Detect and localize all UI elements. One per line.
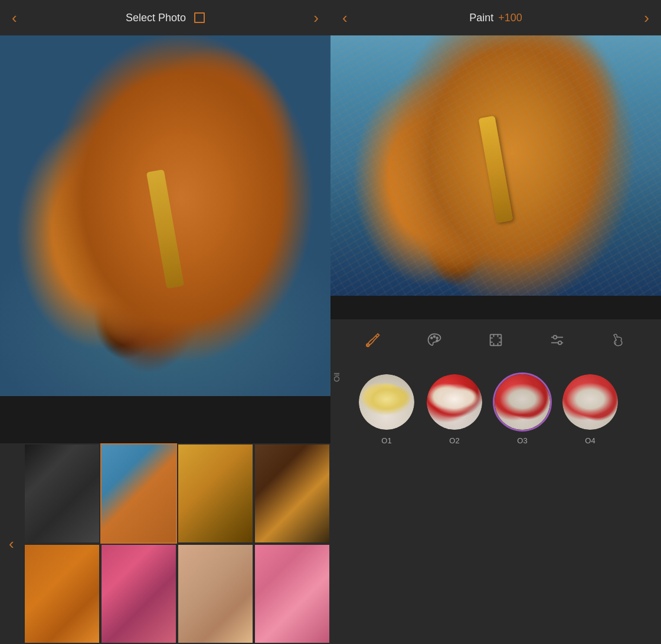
left-spacer — [0, 396, 330, 443]
right-next-button[interactable]: › — [644, 9, 649, 27]
preset-o3-image — [495, 374, 550, 430]
left-header-title: Select Photo — [126, 12, 205, 24]
thumbnail-5[interactable] — [24, 544, 100, 644]
right-spacer — [330, 296, 661, 319]
adjust-tool[interactable] — [544, 327, 570, 353]
preset-o4-image — [562, 374, 618, 430]
thumbnail-6[interactable] — [100, 544, 177, 644]
thumbnail-8[interactable] — [254, 544, 330, 644]
thumbnail-2[interactable] — [100, 443, 177, 544]
right-prev-button[interactable]: ‹ — [342, 9, 348, 27]
right-toolbar — [330, 319, 661, 361]
style-presets-panel: Oil O1 O2 O3 — [330, 361, 661, 645]
preset-o4-circle[interactable] — [561, 372, 620, 431]
left-header: ‹ Select Photo › — [0, 0, 330, 35]
preset-o4[interactable]: O4 — [561, 372, 620, 445]
svg-rect-5 — [490, 334, 502, 345]
preset-o2-label: O2 — [449, 436, 459, 445]
painted-tulip-image — [330, 35, 661, 296]
oil-label: Oil — [330, 372, 348, 382]
thumbnail-4[interactable] — [254, 443, 330, 544]
preset-o1-label: O1 — [381, 436, 391, 445]
preset-o1-image — [359, 374, 414, 430]
thumbnail-7[interactable] — [177, 544, 254, 644]
preset-o2-image — [427, 374, 482, 430]
crop-icon — [194, 12, 205, 23]
svg-point-3 — [436, 337, 438, 339]
preset-o2[interactable]: O2 — [425, 372, 484, 445]
brush-tool[interactable] — [360, 327, 386, 353]
text-tool[interactable] — [606, 327, 631, 353]
svg-point-16 — [554, 335, 557, 339]
preset-o3-label: O3 — [517, 436, 527, 445]
preset-o3-circle[interactable] — [493, 372, 552, 431]
thumbnail-1[interactable] — [24, 443, 100, 544]
preset-o2-circle[interactable] — [425, 372, 484, 431]
paint-value: +100 — [498, 12, 522, 24]
thumb-5-image — [25, 545, 99, 643]
preset-o4-label: O4 — [585, 436, 595, 445]
svg-point-17 — [558, 341, 562, 344]
paint-label: Paint — [469, 12, 493, 24]
left-next-button[interactable]: › — [313, 9, 319, 27]
left-bottom-panel: ‹ — [0, 443, 330, 644]
svg-point-4 — [436, 339, 438, 341]
right-header-title: Paint +100 — [469, 12, 522, 24]
tulip-photo-original — [0, 35, 330, 396]
preset-o1-circle[interactable] — [357, 372, 416, 431]
thumb-3-image — [178, 444, 253, 542]
style-presets-list: O1 O2 O3 O4 — [348, 372, 661, 445]
thumbnail-3[interactable] — [177, 443, 254, 544]
thumb-2-image — [102, 444, 176, 542]
thumb-8-image — [255, 545, 329, 643]
left-main-image — [0, 35, 330, 396]
right-panel: ‹ Paint +100 › — [330, 0, 661, 644]
svg-point-0 — [367, 344, 369, 346]
thumb-1-image — [25, 444, 99, 542]
preset-o1[interactable]: O1 — [357, 372, 416, 445]
thumbnail-grid — [0, 443, 330, 644]
left-panel: ‹ Select Photo › ‹ — [0, 0, 330, 644]
right-main-image — [330, 35, 661, 296]
svg-point-1 — [431, 337, 433, 339]
select-photo-label: Select Photo — [126, 12, 186, 24]
right-header: ‹ Paint +100 › — [330, 0, 661, 35]
thumb-6-image — [102, 545, 176, 643]
thumb-4-image — [255, 444, 329, 542]
bottom-back-button[interactable]: ‹ — [9, 535, 14, 553]
palette-tool[interactable] — [421, 327, 447, 353]
canvas-tool[interactable] — [483, 327, 509, 353]
thumb-7-image — [178, 545, 253, 643]
left-prev-button[interactable]: ‹ — [12, 9, 17, 27]
preset-o3[interactable]: O3 — [493, 372, 552, 445]
svg-point-2 — [434, 335, 436, 337]
